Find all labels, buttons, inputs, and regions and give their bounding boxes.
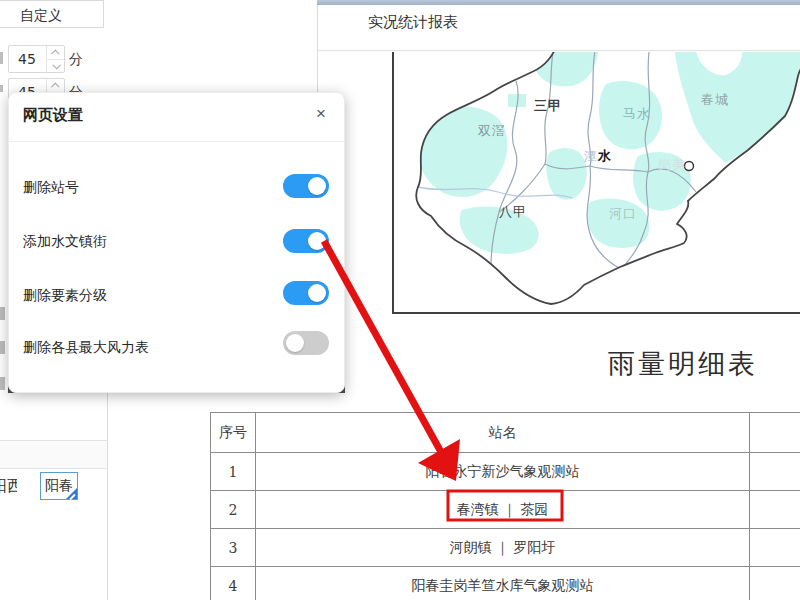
table-row: 1 阳春永宁新沙气象观测站 [211, 453, 800, 491]
row-no: 1 [211, 453, 256, 491]
station-cell-highlighted: 春湾镇 ｜ 茶园 [256, 491, 750, 529]
clipped-label-fragment [0, 377, 5, 390]
page-title: 实况统计报表 [368, 13, 458, 32]
step-up-icon[interactable] [47, 79, 64, 92]
table-row: 2 春湾镇 ｜ 茶园 [211, 491, 800, 529]
toggle-label-add-hydro-town: 添加水文镇街 [23, 233, 107, 251]
step-down-icon[interactable] [47, 59, 64, 72]
toggle-label-delete-element-grading: 删除要素分级 [23, 287, 107, 305]
map-label-gangmei: 岗美 [658, 156, 686, 174]
map-label-tan: 潭 [584, 148, 598, 166]
extra-cell [750, 491, 800, 529]
clipped-label-fragment [0, 341, 5, 354]
rainfall-table: 序号 站名 1 阳春永宁新沙气象观测站 2 春湾镇 ｜ 茶园 3 河朗镇 ｜ 罗… [210, 412, 800, 600]
toggle-label-delete-station-id: 删除站号 [23, 179, 79, 197]
region-button-yangchun[interactable]: 阳春 [40, 472, 78, 500]
window-top-strip [317, 0, 800, 5]
minute-input-group [8, 45, 65, 73]
map-label-chuncheng: 春城 [701, 91, 729, 109]
row-no: 3 [211, 529, 256, 567]
header-divider [318, 50, 800, 51]
modal-title: 网页设置 [23, 106, 83, 125]
minute-stepper[interactable] [46, 46, 64, 72]
toggle-knob [308, 177, 326, 195]
toggle-delete-station-id[interactable] [283, 174, 329, 198]
table-header-row: 序号 站名 [211, 413, 800, 453]
step-up-icon[interactable] [47, 46, 64, 59]
toggle-knob [308, 284, 326, 302]
extra-cell [750, 453, 800, 491]
report-title: 雨量明细表 [608, 346, 768, 382]
row-no: 4 [211, 567, 256, 600]
row-no: 2 [211, 491, 256, 529]
header-no: 序号 [211, 413, 256, 453]
toggle-delete-max-wind-table[interactable] [283, 331, 329, 355]
clipped-label-fragment [0, 85, 3, 92]
station-cell: 阳春圭岗羊笪水库气象观测站 [256, 567, 750, 600]
panel-band [0, 441, 107, 468]
station-cell: 阳春永宁新沙气象观测站 [256, 453, 750, 491]
toggle-delete-element-grading[interactable] [283, 281, 329, 305]
panel-inner-border [107, 393, 108, 600]
toggle-knob [286, 334, 304, 352]
map-label-bajia: 八甲 [499, 203, 527, 221]
extra-cell [750, 567, 800, 600]
toggle-add-hydro-town[interactable] [283, 229, 329, 253]
panel-divider [0, 468, 108, 469]
close-icon[interactable]: × [309, 102, 333, 126]
modal-divider [9, 141, 344, 142]
extra-cell [750, 529, 800, 567]
map-label-sanjia: 三甲 [534, 97, 562, 115]
map-label-hekou: 河口 [609, 205, 637, 223]
header-extra [750, 413, 800, 453]
table-row: 3 河朗镇 ｜ 罗阳圩 [211, 529, 800, 567]
county-map-svg [394, 52, 800, 312]
header-station: 站名 [256, 413, 750, 453]
region-label-yangxi[interactable]: 阳西 [0, 477, 17, 499]
clipped-label-fragment [0, 52, 3, 64]
table-row: 4 阳春圭岗羊笪水库气象观测站 [211, 567, 800, 600]
toggle-label-delete-max-wind-table: 删除各县最大风力表 [23, 339, 149, 357]
settings-modal: 网页设置 × 删除站号 添加水文镇街 删除要素分级 删除各县最大风力表 [8, 92, 345, 393]
map-label-mashui: 马水 [623, 105, 651, 123]
station-cell: 河朗镇 ｜ 罗阳圩 [256, 529, 750, 567]
map-label-shui: 水 [598, 147, 612, 165]
minute-unit-label: 分 [69, 51, 83, 69]
map-label-shuangjiao: 双滘 [478, 122, 506, 140]
clipped-label-fragment [0, 307, 5, 320]
tab-custom[interactable]: 自定义 [0, 0, 104, 28]
toggle-knob [308, 232, 326, 250]
rainfall-map: 三甲 双滘 马水 春城 潭 水 岗美 八甲 河口 [392, 52, 800, 314]
